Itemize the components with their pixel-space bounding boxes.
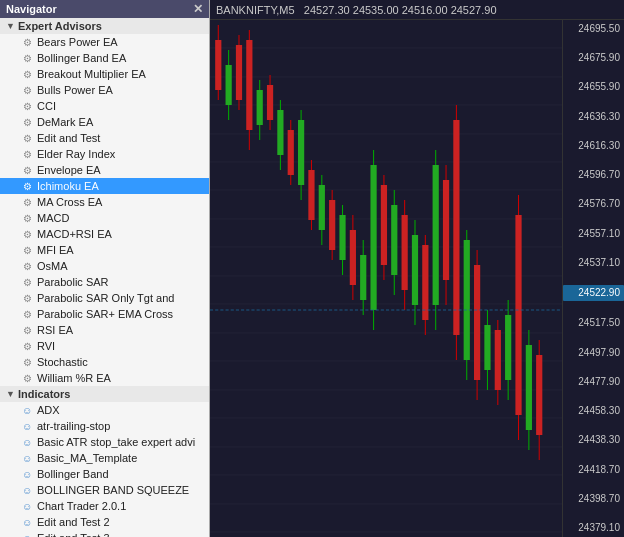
nav-item-cci[interactable]: CCI	[0, 98, 209, 114]
gear-icon	[20, 52, 34, 64]
svg-rect-78	[515, 215, 521, 415]
nav-item-envelope-ea[interactable]: Envelope EA	[0, 162, 209, 178]
nav-close-button[interactable]: ✕	[193, 2, 203, 16]
gear-icon	[20, 212, 34, 224]
section-experts[interactable]: ▼ Expert Advisors	[0, 18, 209, 34]
nav-item-breakout-multiplier-ea[interactable]: Breakout Multiplier EA	[0, 66, 209, 82]
price-level-6: 24596.70	[563, 168, 624, 182]
nav-item-bears-power-ea[interactable]: Bears Power EA	[0, 34, 209, 50]
nav-item-basic-atr-stop[interactable]: Basic ATR stop_take expert advi	[0, 434, 209, 450]
candle-chart[interactable]	[210, 20, 562, 537]
nav-label: Basic_MA_Template	[37, 452, 137, 464]
nav-item-rsi-ea[interactable]: RSI EA	[0, 322, 209, 338]
nav-label: Basic ATR stop_take expert advi	[37, 436, 195, 448]
gear-icon	[20, 340, 34, 352]
nav-item-rvi[interactable]: RVI	[0, 338, 209, 354]
nav-label: OsMA	[37, 260, 68, 272]
svg-rect-44	[339, 215, 345, 260]
svg-rect-56	[402, 215, 408, 290]
nav-label: Elder Ray Index	[37, 148, 115, 160]
nav-item-mfi-ea[interactable]: MFI EA	[0, 242, 209, 258]
nav-label: Breakout Multiplier EA	[37, 68, 146, 80]
gear-icon	[20, 292, 34, 304]
svg-rect-46	[350, 230, 356, 285]
smiley-icon	[20, 404, 34, 416]
nav-label: MA Cross EA	[37, 196, 102, 208]
price-level-8: 24557.10	[563, 227, 624, 241]
gear-icon	[20, 324, 34, 336]
nav-item-parabolic-sar-ema[interactable]: Parabolic SAR+ EMA Cross	[0, 306, 209, 322]
nav-item-atr-trailing[interactable]: atr-trailing-stop	[0, 418, 209, 434]
nav-item-bulls-power-ea[interactable]: Bulls Power EA	[0, 82, 209, 98]
svg-rect-82	[536, 355, 542, 435]
svg-rect-54	[391, 205, 397, 275]
nav-item-macd-rsi[interactable]: MACD+RSI EA	[0, 226, 209, 242]
current-price-label: 24522.90	[563, 285, 624, 301]
navigator-panel: Navigator ✕ ▼ Expert Advisors Bears Powe…	[0, 0, 210, 537]
gear-icon	[20, 244, 34, 256]
gear-icon	[20, 164, 34, 176]
nav-item-adx[interactable]: ADX	[0, 402, 209, 418]
nav-label: MFI EA	[37, 244, 74, 256]
nav-label: Bollinger Band	[37, 468, 109, 480]
gear-icon	[20, 68, 34, 80]
nav-item-ma-cross-ea[interactable]: MA Cross EA	[0, 194, 209, 210]
nav-item-basic-ma[interactable]: Basic_MA_Template	[0, 450, 209, 466]
price-level-15: 24438.30	[563, 433, 624, 447]
smiley-icon	[20, 420, 34, 432]
nav-item-parabolic-sar-only[interactable]: Parabolic SAR Only Tgt and	[0, 290, 209, 306]
nav-label: Envelope EA	[37, 164, 101, 176]
nav-item-osma[interactable]: OsMA	[0, 258, 209, 274]
svg-rect-80	[526, 345, 532, 430]
nav-item-stochastic[interactable]: Stochastic	[0, 354, 209, 370]
nav-item-bollinger-band-ea[interactable]: Bollinger Band EA	[0, 50, 209, 66]
chart-header: BANKNIFTY,M5 24527.30 24535.00 24516.00 …	[210, 0, 624, 20]
price-level-18: 24379.10	[563, 521, 624, 535]
nav-item-william-r[interactable]: William %R EA	[0, 370, 209, 386]
nav-item-bollinger-squeeze[interactable]: BOLLINGER BAND SQUEEZE	[0, 482, 209, 498]
nav-label: RSI EA	[37, 324, 73, 336]
svg-rect-52	[381, 185, 387, 265]
nav-item-edit-and-test[interactable]: Edit and Test	[0, 130, 209, 146]
chart-symbol: BANKNIFTY,M5	[216, 4, 295, 16]
nav-item-edit-test-2[interactable]: Edit and Test 2	[0, 514, 209, 530]
svg-rect-34	[288, 130, 294, 175]
nav-item-ichimoku-ea[interactable]: Ichimoku EA	[0, 178, 209, 194]
nav-label: MACD	[37, 212, 69, 224]
nav-header: Navigator ✕	[0, 0, 209, 18]
price-level-5: 24616.30	[563, 139, 624, 153]
section-indicators[interactable]: ▼ Indicators	[0, 386, 209, 402]
nav-label: Edit and Test	[37, 132, 100, 144]
collapse-experts-icon: ▼	[6, 21, 15, 31]
svg-rect-68	[464, 240, 470, 360]
section-experts-label: Expert Advisors	[18, 20, 102, 32]
chart-body[interactable]: 24695.50 24675.90 24655.90 24636.30 2461…	[210, 20, 624, 537]
nav-item-chart-trader[interactable]: Chart Trader 2.0.1	[0, 498, 209, 514]
svg-rect-64	[443, 180, 449, 280]
nav-label: RVI	[37, 340, 55, 352]
nav-item-macd[interactable]: MACD	[0, 210, 209, 226]
gear-icon	[20, 100, 34, 112]
smiley-icon	[20, 484, 34, 496]
svg-rect-38	[308, 170, 314, 220]
price-level-1: 24695.50	[563, 22, 624, 36]
gear-icon	[20, 132, 34, 144]
nav-item-demark-ea[interactable]: DeMark EA	[0, 114, 209, 130]
svg-rect-30	[267, 85, 273, 120]
svg-rect-20	[215, 40, 221, 90]
svg-rect-36	[298, 120, 304, 185]
svg-rect-60	[422, 245, 428, 320]
gear-icon	[20, 356, 34, 368]
nav-item-parabolic-sar[interactable]: Parabolic SAR	[0, 274, 209, 290]
gear-icon	[20, 308, 34, 320]
nav-label: Chart Trader 2.0.1	[37, 500, 126, 512]
nav-list[interactable]: ▼ Expert Advisors Bears Power EA Bolling…	[0, 18, 209, 537]
nav-item-elder-ray[interactable]: Elder Ray Index	[0, 146, 209, 162]
svg-rect-48	[360, 255, 366, 300]
smiley-icon	[20, 516, 34, 528]
nav-item-edit-test-3[interactable]: Edit and Test 3	[0, 530, 209, 537]
gear-icon	[20, 228, 34, 240]
nav-item-bollinger-band-ind[interactable]: Bollinger Band	[0, 466, 209, 482]
nav-label: CCI	[37, 100, 56, 112]
svg-rect-32	[277, 110, 283, 155]
